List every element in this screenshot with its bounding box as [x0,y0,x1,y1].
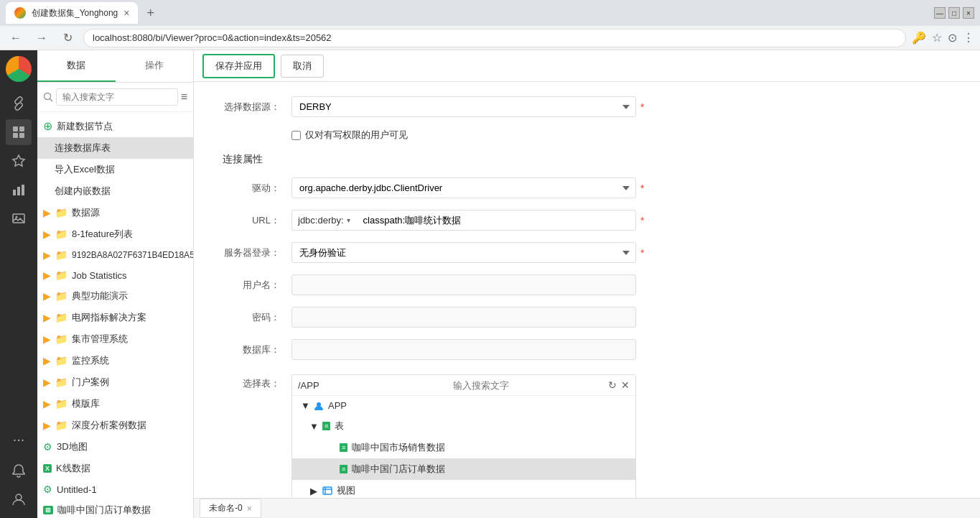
svg-point-10 [45,93,51,100]
back-button[interactable]: ← [6,28,26,48]
sidebar-icon-bell[interactable] [6,458,32,484]
sidebar-icon-chart[interactable] [6,177,32,203]
list-item[interactable]: ▶ 📁 电网指标解决方案 [37,307,193,328]
search-menu-icon[interactable]: ≡ [181,91,187,103]
list-item[interactable]: ▶ 📁 数据源 [37,202,193,223]
list-item[interactable]: ▶ 📁 集市管理系统 [37,328,193,350]
refresh-icon[interactable]: ↻ [608,379,617,391]
user-icon [314,401,324,411]
maximize-button[interactable]: □ [948,7,960,19]
tab-favicon [14,7,26,19]
list-item[interactable]: ⊞ 咖啡中国门店订单数据 [37,499,193,518]
folder-color-icon: 📁 [55,420,67,431]
svg-rect-6 [22,185,24,195]
connect-db-item[interactable]: 连接数据库表 [37,137,193,159]
import-excel-item[interactable]: 导入Excel数据 [37,159,193,180]
account-icon[interactable]: ⊙ [948,31,957,45]
create-inline-label: 创建内嵌数据 [55,185,111,198]
url-control: jdbc:derby: ▾ [291,210,636,231]
db-search-input[interactable] [453,380,602,391]
menu-icon[interactable]: ⋮ [963,31,974,45]
sidebar-icon-star[interactable] [6,148,32,174]
new-node-icon: ⊕ [43,119,52,133]
list-item[interactable]: ⚙ Untitled-1 [37,479,193,499]
bottom-tab[interactable]: 未命名-0 × [200,499,261,518]
create-inline-item[interactable]: 创建内嵌数据 [37,180,193,202]
list-item[interactable]: X K线数据 [37,458,193,479]
chevron-right-icon: ▶ [309,486,318,496]
browser-tab[interactable]: 创建数据集_Yonghong × [6,2,138,24]
password-input[interactable] [291,307,636,328]
sidebar-more-button[interactable]: ··· [6,426,32,452]
nav-panel: 数据 操作 ≡ ⊕ 新建数据节点 连接数据库表 导入Excel数据 [37,50,194,518]
datasource-label: 选择数据源： [223,101,280,114]
folder-icon: ▶ [43,398,51,410]
permission-checkbox[interactable] [291,131,301,140]
db-tree-item-selected[interactable]: ≡ 咖啡中国门店订单数据 [292,458,635,480]
address-input[interactable] [83,29,906,47]
url-row: URL： jdbc:derby: ▾ * [223,210,951,231]
minimize-button[interactable]: — [934,7,946,19]
folder-color-icon: 📁 [55,228,67,240]
close-icon[interactable]: ✕ [621,379,630,391]
connection-section-title: 连接属性 [223,153,263,165]
username-control [291,274,636,295]
svg-rect-2 [13,133,18,138]
list-item[interactable]: ▶ 📁 监控系统 [37,350,193,371]
window-controls: — □ × [934,7,974,19]
new-node-item[interactable]: ⊕ 新建数据节点 [37,115,193,137]
datasource-select[interactable]: DERBY [291,96,636,117]
db-tree-item[interactable]: ▼ ≡ 表 [292,415,635,437]
save-button[interactable]: 保存并应用 [202,54,275,78]
table-group-icon: ≡ [322,422,330,430]
required-star: * [640,215,644,226]
auth-label: 服务器登录： [223,246,280,259]
list-item[interactable]: ▶ 📁 典型功能演示 [37,285,193,307]
nav-item-label: 咖啡中国门店订单数据 [57,504,151,517]
url-suffix-input[interactable] [356,210,636,231]
auth-select[interactable]: 无身份验证 [291,242,636,263]
new-tab-button[interactable]: + [144,6,157,21]
bookmark-icon[interactable]: ☆ [932,31,942,45]
tab-action[interactable]: 操作 [116,50,194,82]
folder-icon: ▶ [43,420,51,431]
cancel-button[interactable]: 取消 [281,55,324,78]
database-input[interactable] [291,339,636,360]
tab-close-button[interactable]: × [123,7,129,19]
form-area: 选择数据源： DERBY * 仅对有写权限的用户可见 连接属性 驱动： [194,82,980,498]
db-tree-item[interactable]: ≡ 咖啡中国市场销售数据 [292,437,635,458]
list-item[interactable]: ▶ 📁 8-1feature列表 [37,223,193,245]
sidebar-icon-image[interactable] [6,205,32,231]
forward-button[interactable]: → [32,28,52,48]
list-item[interactable]: ▶ 📁 门户案例 [37,371,193,393]
database-label: 数据库： [223,343,280,356]
puzzle-icon: ⚙ [43,441,52,453]
list-item[interactable]: ⚙ 3D地图 [37,436,193,458]
folder-color-icon: 📁 [55,355,67,366]
list-item[interactable]: ▶ 📁 深度分析案例数据 [37,415,193,436]
svg-rect-12 [323,487,332,494]
new-node-label: 新建数据节点 [57,120,113,133]
list-item[interactable]: ▶ 📁 模版库 [37,393,193,415]
sidebar-icon-grid[interactable] [6,119,32,145]
sidebar-icon-user[interactable] [6,486,32,512]
icon-sidebar: ··· [0,50,37,518]
bottom-tab-close[interactable]: × [247,504,252,514]
nav-item-label: 集市管理系统 [72,333,128,346]
tab-data[interactable]: 数据 [37,50,116,82]
driver-select[interactable]: org.apache.derby.jdbc.ClientDriver [291,177,636,198]
nav-item-label: Untitled-1 [57,484,97,495]
url-prefix[interactable]: jdbc:derby: ▾ [291,210,356,231]
db-tree-item[interactable]: ▼ APP [292,396,635,415]
username-input[interactable] [291,274,636,295]
folder-icon: ▶ [43,207,51,218]
db-tree-item[interactable]: ▶ 视图 [292,480,635,498]
refresh-button[interactable]: ↻ [57,28,78,48]
database-control [291,339,636,360]
close-button[interactable]: × [963,7,974,19]
search-input[interactable] [56,88,178,106]
sidebar-icon-link[interactable] [6,91,32,116]
list-item[interactable]: ▶ 📁 9192BA8A027F6371B4ED18A5C6 [37,245,193,265]
password-label: 密码： [223,311,280,324]
job-statistics-item[interactable]: ▶ 📁 Job Statistics [37,265,193,285]
